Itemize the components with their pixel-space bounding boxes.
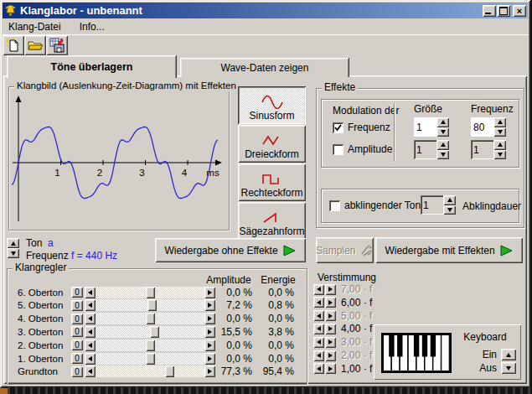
keyboard-off-button[interactable] — [501, 362, 516, 374]
menu-item-info[interactable]: Info... — [74, 20, 111, 34]
slider-thumb[interactable] — [146, 313, 155, 324]
slider-track[interactable] — [96, 287, 204, 298]
slider-thumb[interactable] — [146, 353, 155, 365]
slider-right-button[interactable] — [204, 365, 215, 377]
slider-track[interactable] — [96, 313, 204, 324]
minimize-button[interactable] — [483, 5, 496, 17]
slider-right-button[interactable] — [204, 299, 215, 311]
slider-left-button[interactable] — [85, 326, 96, 338]
amplitude-slider[interactable] — [85, 353, 215, 365]
spin-frequenz-frequenz[interactable]: 80 — [471, 117, 506, 137]
slider-thumb[interactable] — [147, 299, 157, 311]
detune-right-button[interactable] — [325, 350, 336, 361]
play-without-effects-button[interactable]: Wiedergabe ohne Effekte — [155, 238, 306, 262]
detune-left-button[interactable] — [313, 310, 324, 321]
keyboard-on-button[interactable] — [501, 349, 516, 360]
frequenz-checkbox-row[interactable]: Frequenz — [333, 122, 390, 133]
frequenz-checkbox[interactable] — [333, 122, 343, 133]
spin-frequenz-groesse[interactable]: 1 — [414, 117, 449, 137]
waveform-button-dreieckform[interactable]: Dreieckform — [238, 125, 306, 163]
piano-keyboard-icon[interactable] — [381, 333, 452, 373]
detune-right-button[interactable] — [325, 324, 336, 334]
slider-track[interactable] — [96, 340, 204, 351]
spin-amplitude-groesse-down[interactable] — [436, 150, 449, 160]
decay-checkbox[interactable] — [329, 200, 340, 211]
spin-abklingdauer-up[interactable] — [443, 195, 456, 205]
slider-right-button[interactable] — [204, 326, 215, 338]
save-file-button[interactable] — [46, 35, 68, 55]
open-file-button[interactable] — [24, 35, 46, 55]
slider-left-button[interactable] — [85, 313, 96, 324]
slider-thumb[interactable] — [165, 365, 174, 377]
tab-wave-daten-zeigen[interactable]: Wave-Daten zeigen — [180, 58, 349, 77]
zero-reset-button[interactable]: 0 — [71, 314, 83, 324]
waveform-button-sinusform[interactable]: Sinusform — [238, 86, 306, 124]
slider-track[interactable] — [96, 353, 204, 365]
spin-amplitude-groesse[interactable]: 1 — [414, 140, 449, 159]
zero-reset-button[interactable]: 0 — [71, 287, 83, 298]
zero-reset-button[interactable]: 0 — [71, 340, 83, 350]
slider-track[interactable] — [96, 365, 204, 377]
maximize-button[interactable] — [497, 5, 510, 17]
title-bar[interactable]: Klanglabor - unbenannt × — [3, 3, 528, 18]
amplitude-slider[interactable] — [85, 287, 215, 298]
samplen-button[interactable]: Samplen — [316, 237, 374, 263]
slider-left-button[interactable] — [85, 340, 96, 351]
tone-up-button[interactable] — [7, 238, 19, 248]
slider-left-button[interactable] — [85, 287, 96, 298]
spin-abklingdauer-down[interactable] — [443, 205, 456, 215]
detune-left-button[interactable] — [313, 350, 324, 361]
amplitude-slider[interactable] — [85, 326, 215, 338]
detune-left-button[interactable] — [313, 337, 324, 348]
waveform-button-rechteckform[interactable]: Rechteckform — [238, 163, 306, 201]
zero-reset-button[interactable]: 0 — [71, 326, 83, 337]
amplitude-slider[interactable] — [85, 365, 215, 377]
waveform-button-sägezahnform[interactable]: Sägezahnform — [238, 202, 306, 240]
slider-right-button[interactable] — [204, 313, 215, 324]
slider-track[interactable] — [96, 299, 204, 311]
amplitude-slider[interactable] — [85, 299, 215, 311]
detune-right-button[interactable] — [325, 297, 336, 308]
detune-left-button[interactable] — [313, 363, 324, 374]
tab-toene-ueberlagern[interactable]: Töne überlagern — [7, 55, 177, 78]
spin-amplitude-frequenz-up[interactable] — [493, 140, 506, 150]
slider-thumb[interactable] — [150, 326, 159, 338]
spin-frequenz-groesse-up[interactable] — [436, 117, 449, 127]
slider-left-button[interactable] — [85, 353, 96, 365]
detune-right-button[interactable] — [325, 284, 336, 295]
spin-frequenz-groesse-down[interactable] — [436, 127, 449, 137]
zero-reset-button[interactable]: 0 — [71, 366, 83, 377]
slider-left-button[interactable] — [85, 299, 96, 311]
zero-reset-button[interactable]: 0 — [71, 300, 83, 311]
slider-thumb[interactable] — [146, 340, 155, 351]
spin-frequenz-frequenz-down[interactable] — [493, 127, 506, 137]
spin-frequenz-frequenz-up[interactable] — [493, 117, 506, 127]
slider-left-button[interactable] — [85, 365, 96, 377]
spin-abklingdauer[interactable]: 1 — [421, 195, 456, 215]
slider-thumb[interactable] — [146, 287, 155, 298]
slider-right-button[interactable] — [204, 353, 215, 365]
slider-track[interactable] — [96, 326, 204, 338]
slider-right-button[interactable] — [204, 340, 215, 351]
spin-amplitude-groesse-up[interactable] — [436, 140, 449, 150]
play-with-effects-button[interactable]: Wiedergabe mit Effekten — [375, 237, 523, 263]
zero-reset-button[interactable]: 0 — [71, 353, 83, 364]
detune-left-button[interactable] — [313, 324, 324, 334]
detune-left-button[interactable] — [313, 284, 324, 295]
detune-left-button[interactable] — [313, 297, 324, 308]
spin-amplitude-frequenz[interactable]: 1 — [471, 140, 506, 159]
spin-amplitude-frequenz-down[interactable] — [493, 150, 506, 160]
decay-checkbox-row[interactable]: abklingender Ton — [329, 200, 421, 211]
menu-item-klang-datei[interactable]: Klang-Datei — [3, 20, 67, 34]
slider-right-button[interactable] — [204, 287, 215, 298]
new-file-button[interactable] — [3, 35, 24, 55]
tone-down-button[interactable] — [7, 248, 19, 258]
detune-right-button[interactable] — [325, 337, 336, 348]
amplitude-slider[interactable] — [85, 340, 215, 351]
amplitude-checkbox[interactable] — [333, 144, 343, 155]
close-button[interactable]: × — [513, 5, 526, 17]
detune-right-button[interactable] — [325, 363, 336, 374]
amplitude-slider[interactable] — [85, 313, 215, 324]
detune-right-button[interactable] — [325, 310, 336, 321]
amplitude-checkbox-row[interactable]: Amplitude — [333, 143, 392, 155]
